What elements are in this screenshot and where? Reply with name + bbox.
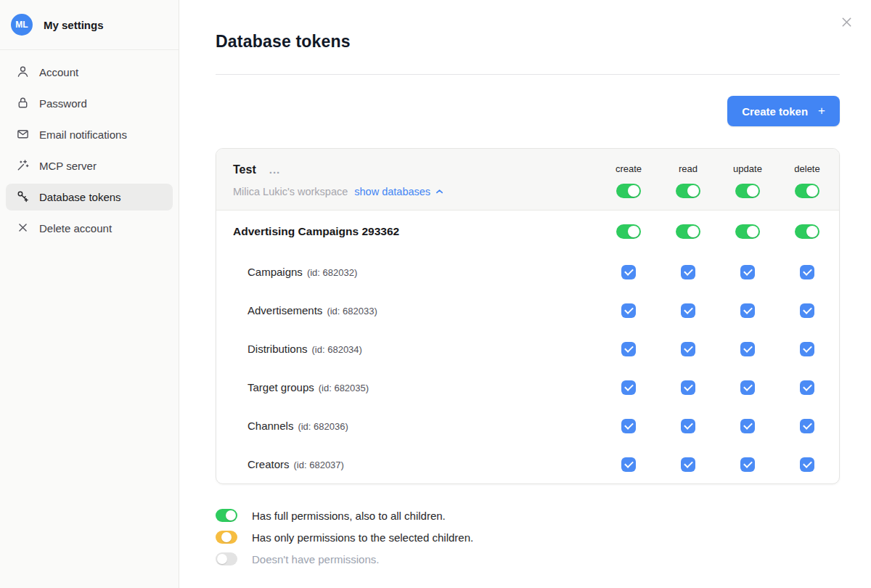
legend-partial-permissions: Has only permissions to the selected chi… xyxy=(216,526,840,548)
table-name: Advertisements xyxy=(248,304,322,317)
checkbox-delete[interactable] xyxy=(800,457,814,472)
table-row: Campaigns(id: 682032) xyxy=(216,253,839,291)
checkbox-update[interactable] xyxy=(740,265,755,279)
sidebar-item-database-tokens[interactable]: Database tokens xyxy=(6,184,173,211)
settings-sidebar: ML My settings Account Password xyxy=(0,0,179,588)
table-name: Channels xyxy=(248,420,293,432)
checkbox-delete[interactable] xyxy=(800,419,814,433)
checkbox-read[interactable] xyxy=(681,419,695,433)
sidebar-item-delete-account[interactable]: Delete account xyxy=(6,215,173,242)
token-name: Test xyxy=(233,163,256,176)
checkbox-create[interactable] xyxy=(621,303,636,318)
checkbox-update[interactable] xyxy=(740,419,755,433)
sidebar-title: My settings xyxy=(44,19,104,31)
table-row: Distributions(id: 682034) xyxy=(216,330,839,368)
sidebar-item-email-notifications[interactable]: Email notifications xyxy=(6,121,173,148)
table-name: Campaigns xyxy=(248,266,303,278)
legend-label: Has only permissions to the selected chi… xyxy=(252,531,473,544)
checkbox-read[interactable] xyxy=(681,342,695,356)
database-row: Advertising Campaigns 293362 xyxy=(216,211,839,253)
sidebar-item-label: Delete account xyxy=(39,222,112,234)
table-name: Target groups xyxy=(248,381,314,393)
table-id: (id: 682036) xyxy=(298,421,348,432)
sidebar-item-label: Account xyxy=(39,66,78,78)
checkbox-create[interactable] xyxy=(621,457,636,472)
token-toggle-delete[interactable] xyxy=(795,184,819,198)
page-title: Database tokens xyxy=(216,32,840,52)
table-name: Distributions xyxy=(248,343,308,355)
column-header-delete: delete xyxy=(794,163,819,174)
lock-icon xyxy=(16,96,30,112)
sidebar-item-label: Database tokens xyxy=(39,191,121,203)
table-row: Creators(id: 682037) xyxy=(216,445,839,483)
token-card-header: Test ... Milica Lukic's workspace show d… xyxy=(216,149,839,211)
checkbox-update[interactable] xyxy=(740,380,755,395)
checkbox-read[interactable] xyxy=(681,457,695,472)
database-toggle-read[interactable] xyxy=(676,224,700,239)
token-toggle-create[interactable] xyxy=(616,184,641,198)
token-toggle-read[interactable] xyxy=(676,184,700,198)
sidebar-header: ML My settings xyxy=(0,0,179,50)
legend-label: Has full permissions, also to all childr… xyxy=(252,510,446,522)
toggle-off-icon xyxy=(216,552,237,565)
token-card: Test ... Milica Lukic's workspace show d… xyxy=(216,148,840,484)
wand-icon xyxy=(16,158,30,174)
column-header-read: read xyxy=(679,163,698,174)
table-id: (id: 682033) xyxy=(327,306,377,317)
checkbox-delete[interactable] xyxy=(800,342,814,356)
create-token-label: Create token xyxy=(742,105,808,118)
permissions-legend: Has full permissions, also to all childr… xyxy=(216,505,840,570)
database-tokens-panel: Database tokens Create token + Test ... … xyxy=(179,0,871,588)
sidebar-item-mcp-server[interactable]: MCP server xyxy=(6,152,173,179)
close-icon[interactable] xyxy=(838,13,855,30)
table-row: Channels(id: 682036) xyxy=(216,407,839,445)
sidebar-item-label: Password xyxy=(39,97,87,110)
x-icon xyxy=(16,221,30,237)
database-toggle-create[interactable] xyxy=(616,224,641,239)
legend-full-permissions: Has full permissions, also to all childr… xyxy=(216,505,840,526)
legend-no-permissions: Doesn't have permissions. xyxy=(216,548,840,570)
column-header-update: update xyxy=(733,163,762,174)
workspace-name: Milica Lukic's workspace xyxy=(233,186,348,197)
database-toggle-update[interactable] xyxy=(735,224,760,239)
table-name: Creators xyxy=(248,458,290,470)
column-header-create: create xyxy=(616,163,642,174)
table-id: (id: 682034) xyxy=(312,344,362,355)
table-id: (id: 682032) xyxy=(307,267,357,278)
checkbox-read[interactable] xyxy=(681,380,695,395)
checkbox-update[interactable] xyxy=(740,457,755,472)
database-toggle-delete[interactable] xyxy=(795,224,819,239)
checkbox-create[interactable] xyxy=(621,342,636,356)
table-row: Advertisements(id: 682033) xyxy=(216,291,839,330)
avatar: ML xyxy=(11,14,33,36)
checkbox-update[interactable] xyxy=(740,303,755,318)
show-databases-link[interactable]: show databases xyxy=(354,186,443,197)
checkbox-update[interactable] xyxy=(740,342,755,356)
sidebar-item-account[interactable]: Account xyxy=(6,59,173,86)
show-databases-label: show databases xyxy=(354,186,430,197)
table-row: Target groups(id: 682035) xyxy=(216,368,839,407)
key-icon xyxy=(16,189,30,205)
toggle-on-icon xyxy=(216,509,237,522)
token-toggle-update[interactable] xyxy=(735,184,760,198)
table-id: (id: 682037) xyxy=(294,460,344,470)
sidebar-nav: Account Password Email notifications xyxy=(0,50,179,255)
sidebar-item-password[interactable]: Password xyxy=(6,90,173,117)
create-token-button[interactable]: Create token + xyxy=(727,96,840,126)
checkbox-read[interactable] xyxy=(681,303,695,318)
checkbox-create[interactable] xyxy=(621,265,636,279)
checkbox-delete[interactable] xyxy=(800,380,814,395)
checkbox-create[interactable] xyxy=(621,380,636,395)
mail-icon xyxy=(16,127,30,143)
token-menu-ellipsis[interactable]: ... xyxy=(269,166,281,173)
checkbox-read[interactable] xyxy=(681,265,695,279)
checkbox-delete[interactable] xyxy=(800,265,814,279)
database-name: Advertising Campaigns 293362 xyxy=(216,225,599,238)
sidebar-item-label: MCP server xyxy=(39,160,97,172)
permission-columns: create read update delete xyxy=(599,163,838,198)
checkbox-create[interactable] xyxy=(621,419,636,433)
table-id: (id: 682035) xyxy=(319,383,369,393)
toolbar: Create token + xyxy=(216,96,840,126)
checkbox-delete[interactable] xyxy=(800,303,814,318)
plus-icon: + xyxy=(818,104,825,118)
